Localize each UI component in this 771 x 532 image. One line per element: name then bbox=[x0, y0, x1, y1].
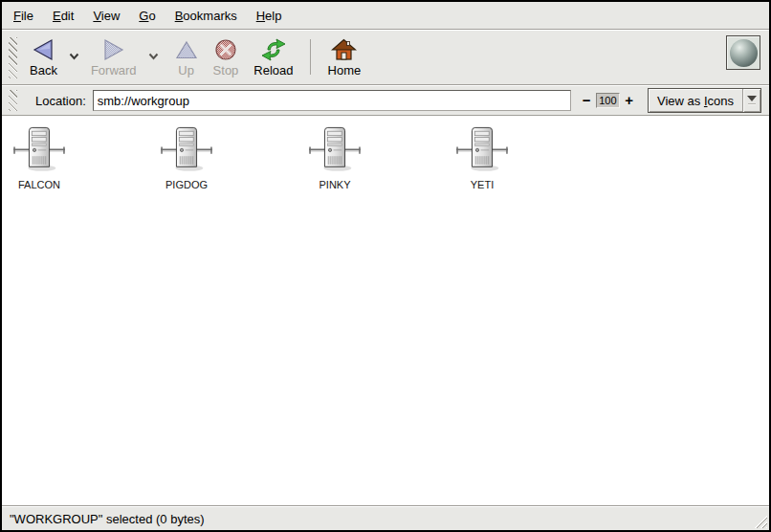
locationbar-drag-handle[interactable] bbox=[9, 90, 17, 111]
server-icon bbox=[454, 125, 510, 173]
stop-icon bbox=[214, 36, 237, 63]
forward-button[interactable]: Forward bbox=[83, 33, 144, 84]
throbber-globe-icon bbox=[726, 35, 760, 70]
up-arrow-icon bbox=[175, 36, 198, 63]
zoom-level-indicator: 100 bbox=[596, 93, 621, 108]
home-icon bbox=[331, 36, 357, 63]
zoom-out-button[interactable]: − bbox=[578, 92, 596, 109]
menubar: File Edit View Go Bookmarks Help bbox=[2, 2, 769, 29]
zoom-in-button[interactable]: + bbox=[620, 92, 638, 109]
server-icon bbox=[11, 125, 67, 173]
forward-history-dropdown[interactable] bbox=[144, 49, 163, 63]
server-item-pinky[interactable]: PINKY bbox=[305, 125, 364, 190]
back-history-dropdown[interactable] bbox=[65, 49, 83, 63]
server-item-label: FALCON bbox=[18, 179, 60, 190]
file-manager-window: File Edit View Go Bookmarks Help Back Fo… bbox=[0, 0, 771, 532]
reload-button[interactable]: Reload bbox=[246, 33, 300, 84]
status-bar: "WORKGROUP" selected (0 bytes) bbox=[2, 507, 769, 530]
reload-label: Reload bbox=[253, 63, 293, 78]
toolbar-separator bbox=[310, 39, 311, 75]
forward-arrow-icon bbox=[101, 36, 126, 63]
view-as-label: View as Icons bbox=[649, 94, 742, 108]
server-item-label: YETI bbox=[471, 179, 494, 190]
location-input[interactable] bbox=[93, 90, 571, 111]
location-bar: Location: − 100 + View as Icons bbox=[2, 86, 769, 115]
reload-icon bbox=[259, 36, 288, 63]
location-label: Location: bbox=[35, 94, 86, 108]
forward-label: Forward bbox=[91, 63, 137, 78]
server-icon bbox=[307, 125, 363, 173]
status-text: "WORKGROUP" selected (0 bytes) bbox=[10, 512, 205, 526]
up-button[interactable]: Up bbox=[167, 33, 206, 84]
menu-go[interactable]: Go bbox=[129, 4, 165, 28]
menu-help[interactable]: Help bbox=[247, 4, 292, 28]
menu-file[interactable]: File bbox=[4, 4, 43, 28]
back-arrow-icon bbox=[31, 36, 55, 63]
menu-edit[interactable]: Edit bbox=[43, 4, 83, 28]
server-item-label: PIGDOG bbox=[165, 179, 208, 190]
server-item-label: PINKY bbox=[319, 179, 350, 190]
stop-button[interactable]: Stop bbox=[206, 33, 247, 84]
chevron-down-icon bbox=[742, 89, 760, 112]
toolbar-drag-handle[interactable] bbox=[9, 37, 17, 78]
back-button[interactable]: Back bbox=[22, 33, 65, 84]
server-icon bbox=[159, 125, 214, 173]
toolbar: Back Forward Up bbox=[2, 31, 769, 84]
icon-view-pane[interactable]: FALCON PIGDOG PINKY YETI bbox=[2, 117, 769, 505]
stop-label: Stop bbox=[213, 63, 239, 78]
server-item-pigdog[interactable]: PIGDOG bbox=[157, 125, 216, 190]
home-label: Home bbox=[328, 63, 362, 78]
window-resize-grip[interactable] bbox=[753, 514, 767, 528]
server-item-yeti[interactable]: YETI bbox=[452, 125, 512, 190]
menu-view[interactable]: View bbox=[83, 4, 129, 28]
back-label: Back bbox=[30, 63, 57, 78]
menu-bookmarks[interactable]: Bookmarks bbox=[165, 4, 247, 28]
toolbar-spacer bbox=[368, 33, 726, 84]
server-item-falcon[interactable]: FALCON bbox=[10, 125, 69, 190]
home-button[interactable]: Home bbox=[320, 33, 369, 84]
up-label: Up bbox=[178, 63, 194, 78]
view-as-dropdown[interactable]: View as Icons bbox=[648, 88, 761, 113]
